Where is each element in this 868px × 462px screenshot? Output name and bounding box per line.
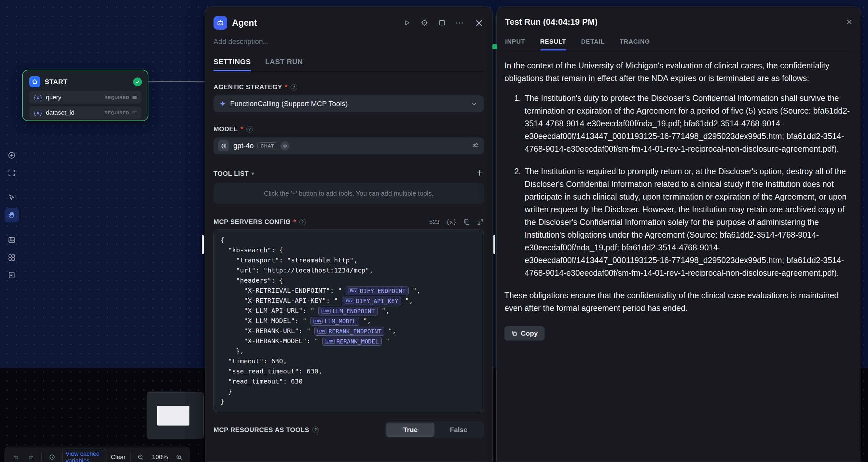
split-view-button[interactable] [437, 18, 447, 28]
mcp-resources-section: MCP RESOURCES AS TOOLS ? True False [214, 421, 484, 438]
env-icon: ENV [317, 329, 327, 334]
model-section: MODEL * ? gpt-4o CHAT [214, 125, 484, 154]
toggle-true-button[interactable]: True [386, 423, 434, 437]
start-node[interactable]: START {x}queryREQUIRED{x}dataset_idREQUI… [22, 70, 148, 121]
canvas-control-bar: View cached variables Clear 100% [5, 447, 190, 462]
variable-inspect-button[interactable] [5, 268, 19, 282]
required-asterisk: * [285, 83, 287, 91]
play-icon [403, 19, 411, 27]
help-icon[interactable]: ? [312, 427, 319, 433]
redo-button[interactable] [26, 452, 37, 462]
help-icon[interactable]: ? [291, 84, 297, 91]
env-var-pill[interactable]: ENVLLM_ENDPOINT [318, 307, 378, 315]
add-note-button[interactable] [5, 166, 19, 180]
env-var-pill[interactable]: ENVDIFY_ENDPOINT [346, 286, 408, 295]
mcp-config-editor-code: { "kb-search": { "transport": "streamabl… [220, 235, 477, 407]
success-status-badge [133, 78, 142, 86]
robot-icon [216, 19, 224, 27]
env-var-pill[interactable]: ENVRERANK_ENDPOINT [314, 327, 384, 336]
export-image-button[interactable] [5, 233, 19, 247]
code-line: "X-LLM-API-URL": " ENVLLM_ENDPOINT ", [220, 306, 477, 316]
env-var-name: DIFY_API_KEY [356, 296, 398, 306]
clear-button[interactable]: Clear [111, 454, 126, 461]
chat-badge: CHAT [257, 142, 277, 149]
close-test-run-button[interactable]: × [846, 17, 852, 27]
tab-result[interactable]: RESULT [540, 38, 566, 50]
test-run-title: Test Run (04:04:19 PM) [505, 17, 846, 27]
tab-detail[interactable]: DETAIL [581, 38, 605, 50]
zoom-in-button[interactable] [174, 452, 185, 462]
divider [130, 453, 131, 462]
minimap-viewport[interactable] [157, 406, 189, 426]
run-button[interactable] [402, 18, 412, 28]
zoom-out-button[interactable] [135, 452, 146, 462]
env-var-pill[interactable]: ENVRERANK_MODEL [322, 337, 382, 346]
env-var-pill[interactable]: ENVLLM_MODEL [310, 317, 359, 326]
workflow-app: START {x}queryREQUIRED{x}dataset_idREQUI… [0, 0, 868, 462]
caret-down-icon[interactable]: ▾ [251, 170, 254, 177]
panel-resize-handle[interactable] [493, 235, 495, 254]
blocks-icon [7, 253, 16, 262]
variable-row[interactable]: {x}queryREQUIRED [29, 91, 141, 103]
variable-name: dataset_id [46, 109, 104, 116]
variable-icon: {x} [33, 94, 43, 101]
hand-mode-button[interactable] [5, 208, 19, 222]
agentic-strategy-value: FunctionCalling (Support MCP Tools) [230, 100, 470, 108]
copy-icon[interactable] [463, 218, 470, 226]
panel-resize-handle[interactable] [202, 235, 204, 254]
code-line: "X-RERANK-MODEL": " ENVRERANK_MODEL " [220, 336, 477, 346]
mcp-config-editor[interactable]: { "kb-search": { "transport": "streamabl… [214, 229, 484, 412]
expand-icon[interactable] [477, 218, 484, 226]
tool-list-section: TOOL LIST ▾ Click the '+' button to add … [214, 168, 484, 204]
result-list-item: The Institution's duty to protect the Di… [523, 92, 853, 155]
help-icon[interactable]: ? [300, 219, 306, 225]
tab-last-run[interactable]: LAST RUN [265, 58, 303, 71]
model-settings-button[interactable] [472, 141, 479, 150]
tab-settings[interactable]: SETTINGS [214, 58, 251, 71]
tool-list-empty-hint: Click the '+' button to add tools. You c… [214, 183, 484, 204]
env-var-name: LLM_MODEL [324, 316, 356, 326]
hand-icon [7, 211, 16, 219]
env-var-pill[interactable]: ENVDIFY_API_KEY [342, 297, 401, 305]
more-options-button[interactable]: ⋯ [455, 18, 464, 28]
add-block-button[interactable] [5, 148, 19, 162]
toggle-false-button[interactable]: False [434, 423, 483, 437]
node-description-input[interactable]: Add description... [214, 37, 484, 46]
code-line: "url": "http://localhost:1234/mcp", [220, 265, 477, 275]
vision-capability-badge [280, 141, 289, 150]
crosshair-icon [421, 19, 428, 27]
history-button[interactable] [46, 452, 58, 462]
frame-icon [7, 168, 16, 177]
minimap[interactable] [147, 392, 204, 438]
code-line: "headers": { [220, 275, 477, 285]
agent-config-panel: Agent ⋯ × Add description... SETTINGS LA… [205, 6, 493, 462]
required-asterisk: * [293, 218, 296, 226]
copy-result-button[interactable]: Copy [504, 326, 545, 341]
insert-variable-button[interactable]: {x} [446, 218, 457, 225]
agentic-strategy-select[interactable]: ✦ FunctionCalling (Support MCP Tools) [214, 95, 484, 112]
code-line: } [220, 397, 477, 407]
env-icon: ENV [325, 339, 334, 344]
test-run-tabs: INPUTRESULTDETAILTRACING [505, 38, 852, 50]
mcp-resources-toggle: True False [385, 421, 484, 438]
code-line: { [220, 235, 477, 245]
env-var-name: DIFY_ENDPOINT [360, 286, 406, 296]
single-step-button[interactable] [420, 18, 429, 28]
view-cached-variables-button[interactable]: View cached variables [62, 449, 106, 462]
model-select[interactable]: gpt-4o CHAT [214, 137, 484, 154]
organize-blocks-button[interactable] [5, 250, 19, 265]
tab-tracing[interactable]: TRACING [620, 38, 650, 50]
pointer-mode-button[interactable] [5, 190, 19, 205]
test-run-result-content: In the context of the University of Mich… [497, 50, 861, 314]
menu-icon [132, 95, 137, 100]
help-icon[interactable]: ? [246, 126, 253, 132]
home-icon [32, 79, 38, 85]
add-tool-button[interactable] [475, 168, 484, 178]
close-panel-button[interactable]: × [474, 18, 484, 28]
tab-input[interactable]: INPUT [505, 38, 525, 50]
variable-row[interactable]: {x}dataset_idREQUIRED [29, 106, 141, 119]
zoom-level[interactable]: 100% [151, 454, 169, 461]
agent-node-icon [214, 16, 227, 30]
undo-button[interactable] [10, 452, 21, 462]
env-var-name: LLM_ENDPOINT [333, 306, 375, 316]
